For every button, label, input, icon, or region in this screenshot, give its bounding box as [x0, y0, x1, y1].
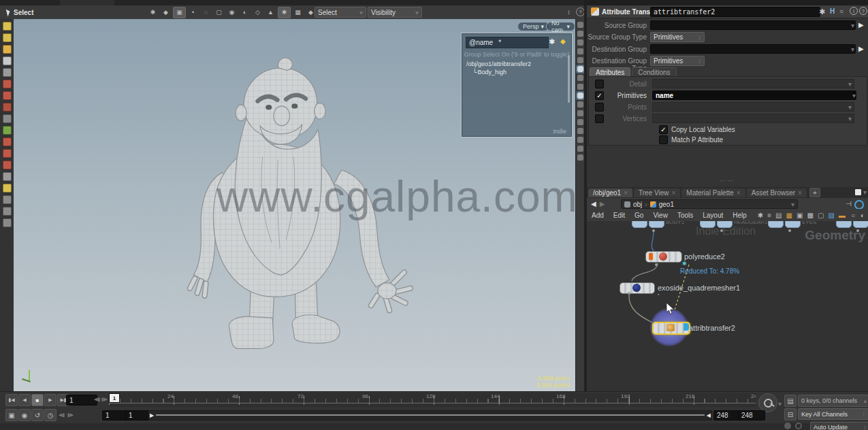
display-option-icon[interactable] — [577, 48, 583, 54]
range-start-handle[interactable]: ▶ — [150, 412, 154, 418]
breadcrumb-obj[interactable]: obj — [633, 201, 642, 208]
tab-tree-view[interactable]: Tree View× — [634, 188, 680, 197]
viewport-tool-icon[interactable]: ▣ — [173, 7, 186, 18]
tree-child[interactable]: └ Body_high — [472, 69, 507, 76]
menu-help[interactable]: Help — [728, 212, 752, 219]
display-option-icon[interactable] — [577, 66, 583, 72]
note-icon[interactable]: ▢ — [816, 212, 826, 219]
detail-field[interactable]: ▾ — [652, 79, 854, 88]
viewport-tool-icon[interactable]: ✱ — [147, 7, 159, 18]
viewport-3d[interactable]: Persp ▾ No cam ▾ @name * ✱ ◆ Group Selec… — [14, 19, 575, 391]
polyreduce-template-flag[interactable] — [649, 253, 653, 260]
image-icon[interactable]: ▩ — [805, 212, 815, 219]
frame-step-forward[interactable]: ▮▶ — [101, 397, 108, 402]
vertices-field[interactable]: ▾ — [652, 114, 854, 123]
global-start-field[interactable]: 1 — [102, 410, 128, 420]
info-icon[interactable]: i — [850, 7, 858, 15]
set-key-button[interactable] — [758, 393, 777, 412]
link-indicator-icon[interactable] — [854, 200, 864, 210]
gear-icon[interactable]: ✱ — [549, 37, 555, 46]
background-image-icon[interactable]: ▨ — [826, 212, 836, 219]
viewport-tool-icon[interactable]: ◆ — [160, 7, 172, 18]
node-label-attribtransfer2[interactable]: attribtransfer2 — [689, 324, 735, 332]
copy-local-variables-checkbox[interactable]: ✓ — [659, 125, 668, 134]
key-mode-icon[interactable]: ⊟ — [784, 408, 797, 420]
play-reverse-button[interactable]: ◀ — [18, 394, 31, 406]
select-mode-dropdown[interactable]: Select ▾ — [315, 7, 366, 18]
points-field[interactable]: ▾ — [652, 102, 854, 112]
node-label-polyreduce2[interactable]: polyreduce2 — [684, 252, 725, 261]
realtime-toggle-button[interactable]: ◷ — [44, 409, 57, 421]
back-icon[interactable]: ◀ — [591, 200, 596, 208]
timeline-ruler[interactable]: 24 48 72 96 120 144 168 192 216 240 1 — [109, 393, 756, 407]
next-key-button[interactable]: ▮▶ — [67, 412, 74, 418]
match-p-attribute-checkbox[interactable] — [659, 135, 668, 144]
key-all-channels-dropdown[interactable]: Key All Channels ↕ — [798, 408, 868, 420]
search-icon[interactable]: ○ — [839, 7, 843, 15]
node-exoside-quadremesher1[interactable] — [620, 282, 655, 294]
range-slider[interactable]: ▶ ◀ — [148, 410, 712, 420]
play-button[interactable]: ▶ — [44, 394, 57, 406]
tree-root[interactable]: /obj/geo1/attribtransfer2 — [466, 61, 531, 67]
viewport-tool-icon[interactable]: ◇ — [252, 7, 263, 18]
overview-icon[interactable]: ◐ — [858, 212, 867, 219]
no-cam-button[interactable]: No cam ▾ — [546, 22, 575, 31]
shelf-tool-icon[interactable] — [3, 68, 12, 77]
tab-conditions[interactable]: Conditions — [632, 67, 676, 77]
chevron-down-icon[interactable]: ▾ — [778, 400, 782, 408]
houdini-icon[interactable]: H — [830, 7, 835, 15]
range-end-field[interactable]: 248 — [713, 410, 741, 420]
shelf-tool-icon[interactable] — [3, 218, 12, 227]
select-tool-icon[interactable] — [6, 8, 12, 16]
chevron-down-icon[interactable]: ▾ — [852, 92, 856, 99]
persp-view-button[interactable]: Persp ▾ — [517, 22, 549, 31]
netbox-icon[interactable]: ▬ — [837, 212, 848, 219]
close-icon[interactable]: × — [737, 189, 741, 197]
stop-button[interactable]: ■ — [31, 394, 44, 406]
pane-grip-handle[interactable]: ⋯⋯ — [587, 177, 868, 184]
display-option-icon[interactable] — [577, 22, 583, 28]
display-option-icon[interactable] — [577, 84, 583, 90]
export-channels-button[interactable]: ▣ — [5, 409, 18, 421]
tab-obj-geo1[interactable]: /obj/geo1× — [588, 188, 632, 197]
go-start-button[interactable]: ▮◀ — [5, 394, 18, 406]
current-frame-marker[interactable]: 1 — [109, 393, 120, 403]
tab-attributes[interactable]: Attributes — [590, 67, 630, 77]
viewport-tool-icon[interactable]: ✱ — [278, 7, 291, 18]
menu-tools[interactable]: Tools — [673, 212, 698, 219]
shelf-tool-icon[interactable] — [3, 80, 12, 88]
display-option-icon[interactable] — [577, 110, 583, 116]
gear-icon[interactable]: ✱ — [819, 7, 825, 16]
scoped-channels-icon[interactable]: ▤ — [784, 395, 797, 407]
node-polyreduce2[interactable] — [645, 251, 682, 263]
display-option-icon[interactable] — [577, 75, 583, 81]
tab-bar-options[interactable]: ▾ — [855, 188, 867, 196]
node-name-input[interactable]: attribtransfer2 — [650, 7, 820, 17]
shelf-tool-icon[interactable] — [3, 33, 12, 42]
loop-mode-button[interactable]: ↺ — [31, 409, 44, 421]
forward-icon[interactable]: ▶ — [600, 200, 605, 208]
display-option-icon[interactable] — [577, 119, 583, 125]
chevron-down-icon[interactable]: ▾ — [791, 201, 794, 208]
tools-icon[interactable]: ✱ — [756, 212, 765, 219]
tab-material-palette[interactable]: Material Palette× — [681, 188, 745, 197]
help-icon[interactable]: ? — [859, 7, 867, 15]
range-end-handle[interactable]: ◀ — [707, 412, 711, 418]
diamond-icon[interactable]: ◆ — [560, 37, 566, 45]
shelf-tool-icon[interactable] — [3, 114, 12, 123]
shelf-tool-icon[interactable] — [3, 161, 12, 169]
menu-add[interactable]: Add — [587, 212, 609, 219]
menu-view[interactable]: View — [648, 212, 673, 219]
shelf-tool-icon[interactable] — [3, 207, 12, 216]
display-option-icon[interactable] — [577, 101, 583, 108]
shelf-tool-icon[interactable] — [3, 184, 12, 193]
list-icon[interactable]: ▤ — [773, 212, 784, 219]
destination-group-type-dropdown[interactable]: Primitives ↕ — [650, 56, 705, 66]
shelf-tool-icon[interactable] — [3, 137, 12, 146]
path-breadcrumb[interactable]: obj › geo1 ▾ — [621, 199, 798, 209]
range-start-field[interactable]: 1 — [125, 410, 151, 420]
shelf-tool-icon[interactable] — [3, 195, 12, 204]
node-label-exoside[interactable]: exoside_quadremesher1 — [658, 284, 740, 292]
pin-icon[interactable]: ⊣ — [846, 200, 852, 208]
viewport-tool-icon[interactable]: ◐ — [239, 7, 251, 18]
